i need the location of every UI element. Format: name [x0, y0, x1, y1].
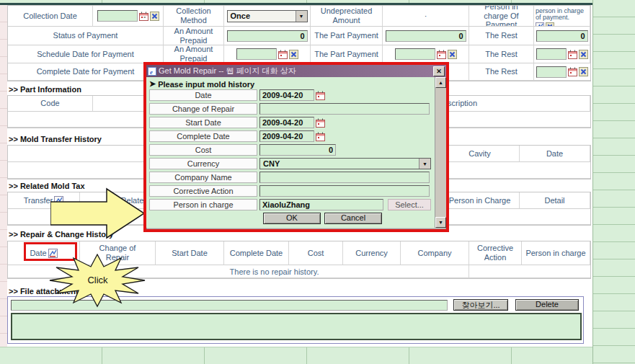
dialog-complete-date-label: Complete Date — [149, 130, 257, 142]
clear-date-icon[interactable] — [579, 67, 588, 76]
repair-cost-header: Cost — [289, 241, 343, 265]
select-person-cell: Please select person in charge of paymen… — [534, 6, 590, 27]
dialog-company-input[interactable] — [259, 172, 430, 183]
clear-date-icon[interactable] — [150, 12, 159, 21]
currency-select[interactable]: CNY ▼ — [259, 158, 431, 169]
part-payment-date-input[interactable] — [395, 48, 435, 60]
browse-button[interactable]: 찾아보기... — [453, 299, 508, 311]
select-person-hint: Please select person in charge of paymen… — [536, 6, 588, 22]
spreadsheet-right-column — [592, 0, 635, 364]
cavity-header: Cavity — [440, 146, 520, 162]
click-label: Click — [49, 254, 146, 308]
calendar-icon[interactable] — [568, 50, 577, 59]
click-here-arrow — [50, 185, 148, 242]
rest-date-input-2[interactable] — [536, 66, 567, 78]
amount-prepaid-cell — [224, 27, 311, 45]
mold-transfer-title: >> Mold Transfer History — [9, 135, 102, 143]
prepaid-date-cell — [224, 45, 311, 63]
dialog-date-label: Date — [149, 89, 257, 101]
calendar-icon[interactable] — [316, 132, 325, 141]
prepaid-date-input[interactable] — [236, 48, 277, 60]
collection-method-value: Once — [231, 12, 251, 20]
repair-currency-header: Currency — [343, 241, 401, 265]
tax-person-header: Person in Charge — [440, 192, 520, 209]
chevron-down-icon[interactable]: ▼ — [296, 11, 307, 22]
dialog-cost-label: Cost — [149, 144, 257, 156]
dialog-date-input[interactable] — [259, 89, 314, 101]
dialog-start-date-label: Start Date — [149, 117, 257, 128]
calendar-icon[interactable] — [316, 118, 325, 128]
collection-date-input[interactable] — [97, 10, 138, 22]
part-payment-label: The Part Payment — [311, 27, 383, 45]
part-payment-date-label: The Part Payment — [311, 45, 383, 63]
collection-method-label: Collection Method — [164, 6, 224, 27]
dialog-person-input[interactable] — [259, 199, 383, 210]
ok-button[interactable]: OK — [263, 213, 321, 224]
scroll-down-icon[interactable]: ▼ — [435, 217, 446, 228]
currency-value: CNY — [263, 159, 280, 168]
scroll-up-icon[interactable]: ▲ — [435, 77, 446, 88]
schedule-date-label: Schedule Date for Payment — [8, 45, 164, 63]
amount-prepaid-date-label: An Amount Prepaid — [164, 45, 224, 63]
dialog-corrective-input[interactable] — [259, 185, 430, 197]
part-information-title: >> Part Information — [9, 85, 81, 94]
part-payment-date-cell — [383, 45, 469, 63]
clear-date-icon[interactable] — [289, 50, 298, 59]
repair-start-header: Start Date — [156, 241, 224, 265]
top-divider-strip — [0, 0, 592, 5]
transfer-date-header: Date — [520, 146, 590, 162]
dialog-scrollbar[interactable]: ▲ ▼ — [435, 77, 446, 228]
rest-label-1: The Rest — [469, 27, 534, 45]
part-payment-input[interactable] — [386, 30, 466, 42]
click-starburst: Click — [49, 254, 146, 308]
amount-prepaid-input[interactable] — [227, 30, 308, 42]
attachment-list[interactable] — [11, 313, 582, 340]
calendar-icon[interactable] — [278, 50, 288, 59]
get-mold-repair-dialog: e Get Mold Repair -- 웹 페이지 대화 상자 ✕ ➤ Ple… — [143, 62, 449, 232]
select-person-button[interactable]: Select... — [388, 199, 431, 210]
dialog-start-date-input[interactable] — [259, 117, 314, 128]
rest-label-3: The Rest — [469, 63, 534, 81]
close-icon[interactable]: ✕ — [433, 66, 445, 76]
calendar-icon[interactable] — [568, 67, 577, 76]
dialog-company-label: Company Name — [149, 172, 257, 183]
tax-transfer-label: Transfer — [24, 196, 53, 205]
cancel-button[interactable]: Cancel — [324, 213, 382, 224]
calendar-icon[interactable] — [437, 50, 446, 59]
clear-date-icon[interactable] — [448, 50, 457, 59]
spreadsheet-bottom-row — [0, 347, 592, 364]
dialog-person-label: Person in charge — [149, 199, 257, 210]
collection-method-select[interactable]: Once ▼ — [227, 10, 308, 22]
part-code-header: Code — [8, 96, 93, 112]
ie-page-icon: e — [148, 67, 156, 76]
dialog-complete-date-input[interactable] — [259, 130, 314, 142]
dialog-prompt: ➤ Please input mold history — [149, 79, 432, 89]
clear-date-icon[interactable] — [579, 50, 588, 59]
dialog-currency-label: Currency — [149, 158, 257, 169]
spreadsheet-left-margin — [0, 5, 7, 347]
dialog-titlebar: e Get Mold Repair -- 웹 페이지 대화 상자 ✕ — [146, 65, 446, 77]
calendar-icon[interactable] — [139, 12, 148, 21]
delete-button[interactable]: Delete — [515, 299, 579, 311]
mold-management-screen: Collection Date Collection Method Once ▼… — [0, 0, 635, 364]
dialog-change-input[interactable] — [259, 103, 430, 115]
rest-cell-1 — [534, 27, 590, 45]
repair-empty-cell — [469, 265, 590, 278]
dialog-corrective-label: Corrective Action — [149, 185, 257, 197]
rest-label-2: The Rest — [469, 45, 534, 63]
repair-complete-header: Complete Date — [224, 241, 289, 265]
calendar-icon[interactable] — [316, 91, 325, 100]
rest-date-input-1[interactable] — [536, 48, 567, 60]
chevron-down-icon[interactable]: ▼ — [419, 159, 430, 169]
undepreciated-amount-value: · — [383, 6, 469, 27]
dialog-title: Get Mold Repair -- 웹 페이지 대화 상자 — [159, 66, 296, 76]
rest-date-cell-2 — [534, 63, 590, 81]
repair-company-header: Company — [401, 241, 469, 265]
repair-person-header: Person in charge — [522, 241, 590, 265]
prompt-arrow-icon: ➤ — [149, 79, 156, 89]
collection-date-cell — [93, 6, 164, 27]
dialog-body: ➤ Please input mold history Date Change … — [146, 77, 446, 228]
dialog-cost-input[interactable] — [259, 144, 336, 156]
rest-input-1[interactable] — [536, 30, 588, 42]
undepreciated-amount-label: Undepreciated Amount — [311, 6, 383, 27]
